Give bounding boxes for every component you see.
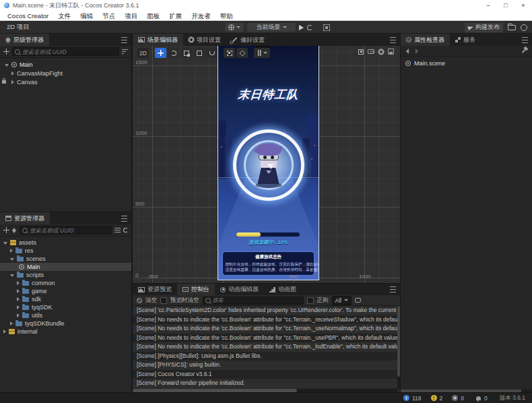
log-entry[interactable]: [Scene] Forward render pipeline initiali… [133,379,397,388]
log-entry[interactable]: [Scene] No needs to indicate the 'cc.Boo… [133,324,397,334]
refresh-assets-icon[interactable] [123,228,128,232]
tab-scene-editor[interactable]: 场景编辑器 [133,34,183,46]
asset-row-main-scene[interactable]: Main [0,263,131,271]
log-entry[interactable]: [Scene] Cocos Creator v3.6.1 [133,370,397,379]
panel-menu-icon[interactable] [121,37,127,43]
coordinate-toggle-button[interactable] [236,48,248,58]
scale-tool-button[interactable] [180,48,192,58]
asset-row-common[interactable]: common [0,279,131,287]
close-button[interactable]: × [514,0,532,11]
list-view-icon[interactable] [114,228,121,232]
tab-animation-graph[interactable]: 动画图 [264,284,302,295]
view-mode-2d-button[interactable]: 2D [137,48,149,58]
scene-viewport[interactable]: 1500 1000 500 0 -500 500 1000 text [133,46,400,283]
create-node-button[interactable] [3,49,9,55]
notification-bell-icon[interactable] [476,396,481,400]
rect-tool-button[interactable] [193,48,205,58]
game-canvas[interactable]: text 末日特工队 [218,46,319,280]
minimize-button[interactable]: – [479,0,497,11]
gear-icon[interactable] [378,49,384,55]
asset-row-scripts[interactable]: scripts [0,271,131,279]
assets-search-box[interactable] [20,226,112,235]
console-log-list[interactable]: [Scene] 'cc.ParticleSystem2D.color' hide… [133,306,397,389]
asset-row-tyqsdk[interactable]: tyqSDK [0,303,131,311]
preview-device-button[interactable] [225,23,244,32]
chevron-right-icon[interactable] [17,281,20,285]
hierarchy-search-box[interactable] [12,47,119,56]
snap-settings-button[interactable] [254,48,270,58]
log-entry[interactable]: [Scene] [Physics][Bullet]: Using asm.js … [133,352,397,361]
info-count-icon[interactable] [403,395,409,401]
history-forward-button[interactable] [415,49,418,54]
log-entry[interactable]: [Scene] 'cc.ParticleSystem2D.color' hide… [133,306,397,315]
camera-icon[interactable] [368,49,374,54]
asset-row-res[interactable]: res [0,247,131,255]
open-project-folder-icon[interactable] [508,25,516,30]
panel-menu-icon[interactable] [522,37,528,43]
console-search-input[interactable] [213,297,301,303]
tab-services[interactable]: 服务 [450,34,481,46]
chevron-right-icon[interactable] [3,330,6,334]
log-entry[interactable]: [Scene] [PHYSICS]: using builtin. [133,361,397,370]
hierarchy-node-main[interactable]: Main [0,60,131,69]
panel-menu-icon[interactable] [390,37,396,43]
error-count-icon[interactable] [452,395,458,401]
menu-help[interactable]: 帮助 [215,11,238,21]
asset-row-game[interactable]: game [0,287,131,295]
chevron-right-icon[interactable] [11,80,14,84]
clear-console-label[interactable]: 清空 [145,297,157,305]
scene-select-dropdown[interactable]: 当前场景 [247,23,296,32]
chevron-right-icon[interactable] [17,313,20,317]
log-entry[interactable]: [Scene] No needs to indicate the 'cc.Boo… [133,334,397,343]
asset-row-scenes[interactable]: scenes [0,255,131,263]
menu-node[interactable]: 节点 [98,11,120,21]
asset-row-internal[interactable]: internal [0,328,131,336]
clear-console-icon[interactable] [137,298,142,303]
pivot-toggle-button[interactable] [224,48,235,58]
menu-panel[interactable]: 面板 [142,11,164,21]
chevron-down-icon[interactable] [3,242,7,245]
regex-checkbox[interactable] [307,297,314,304]
asset-row-assets[interactable]: assets [0,239,131,247]
grid-visibility-icon[interactable] [358,49,364,55]
play-button[interactable] [299,25,304,30]
warning-count-icon[interactable] [431,395,437,401]
pin-icon[interactable] [522,49,526,53]
chevron-right-icon[interactable] [17,305,20,309]
tab-hierarchy[interactable]: 层级管理器 [0,34,49,46]
hierarchy-node-canvas[interactable]: Canvas [0,78,131,86]
menu-developer[interactable]: 开发者 [187,11,215,21]
tab-animation-editor[interactable]: 动画编辑器 [215,284,264,295]
chevron-down-icon[interactable] [5,64,9,67]
maximize-button[interactable]: □ [497,0,514,11]
chevron-right-icon[interactable] [10,321,13,326]
inspector-scene-item[interactable]: Main.scene [401,59,532,68]
panel-menu-icon[interactable] [121,216,127,222]
hierarchy-node-canvasmapfight[interactable]: CanvasMapFight [0,69,131,78]
console-search-box[interactable] [203,297,304,305]
build-publish-button[interactable]: 构建发布 [465,23,503,32]
clear-on-preview-checkbox[interactable] [160,297,167,304]
chevron-right-icon[interactable] [17,289,20,293]
account-icon[interactable] [521,24,527,31]
asset-row-sdk[interactable]: sdk [0,295,131,303]
tab-console[interactable]: 控制台 [177,284,215,295]
sort-icon[interactable] [12,228,17,233]
menu-file[interactable]: 文件 [53,11,75,21]
chevron-right-icon[interactable] [10,249,13,253]
lock-icon[interactable] [2,80,6,84]
assets-search-input[interactable] [30,227,109,234]
menu-cocos-creator[interactable]: Cocos Creator [3,11,53,21]
refresh-button[interactable] [307,25,312,30]
step-frame-button[interactable] [323,24,330,31]
chevron-right-icon[interactable] [17,297,20,301]
chevron-right-icon[interactable] [11,71,14,75]
gizmo-tool-button[interactable] [206,48,218,58]
save-view-icon[interactable] [388,49,394,55]
rotate-tool-button[interactable] [168,48,179,58]
asset-row-utils[interactable]: utils [0,311,131,319]
tab-project-settings[interactable]: 项目设置 [183,34,226,46]
filter-icon[interactable] [122,49,128,54]
move-tool-button[interactable] [155,48,166,58]
hierarchy-search-input[interactable] [22,49,117,55]
